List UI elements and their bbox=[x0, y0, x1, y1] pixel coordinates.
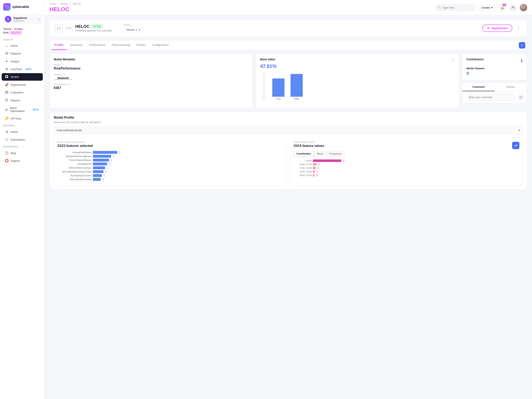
deployment-button[interactable]: Deployment bbox=[482, 25, 512, 32]
target-label: Target ? bbox=[54, 63, 248, 66]
feature-importances-subtitle: Model Feature Importances bbox=[57, 141, 93, 143]
tab-scenarios[interactable]: Scenarios bbox=[67, 40, 86, 50]
hbar-stub bbox=[119, 151, 120, 154]
svg-point-2 bbox=[5, 7, 6, 8]
sidebar-item-blog[interactable]: 📋 Blog bbox=[2, 149, 43, 157]
comment-tab[interactable]: Comment bbox=[462, 83, 495, 91]
svg-rect-7 bbox=[5, 77, 6, 78]
sidebar-item-reports[interactable]: Reports bbox=[2, 97, 43, 104]
sidebar-item-datasets-label: Datasets bbox=[11, 52, 21, 55]
rocket-icon bbox=[487, 27, 490, 30]
svg-point-0 bbox=[5, 5, 6, 7]
partition-help-icon[interactable]: ? bbox=[63, 73, 65, 76]
sidebar-item-collections[interactable]: Collections bbox=[2, 89, 43, 96]
svg-rect-10 bbox=[5, 92, 8, 93]
rfeature-row: 54.50 - 57.50 bbox=[293, 163, 519, 166]
feature-tab-frequency[interactable]: Frequency bbox=[326, 151, 345, 157]
hbar-row: NetFractionRevolvingBurden bbox=[57, 155, 283, 158]
feature-tab-contribution[interactable]: Contribution bbox=[293, 151, 314, 157]
sidebar-item-autotrain-label: AutoTrain bbox=[11, 68, 22, 71]
metadata-title: Model Metadata bbox=[54, 58, 248, 61]
notification-badge: 19 bbox=[503, 4, 506, 6]
base-value-help-icon[interactable]: ? bbox=[452, 59, 455, 61]
logo-text: xplainable bbox=[12, 5, 29, 9]
user-menu[interactable]: S SupaDemo SupaDemo ▾ bbox=[2, 14, 42, 24]
sidebar-item-admin-label: Admin bbox=[11, 131, 18, 133]
target-help-icon[interactable]: ? bbox=[61, 63, 64, 66]
sidebar-item-apikeys[interactable]: 🔑 API Keys bbox=[2, 115, 43, 122]
autotrain-beta-badge: BETA bbox=[25, 68, 32, 71]
more-options-button[interactable]: ⋮ bbox=[516, 25, 522, 32]
users-button[interactable] bbox=[509, 4, 517, 11]
sidebar-item-analyst[interactable]: ✦ Analyst bbox=[2, 58, 43, 65]
bell-icon: 🔔 bbox=[501, 6, 504, 9]
sidebar-item-models[interactable]: Models bbox=[2, 73, 43, 81]
users-icon bbox=[511, 6, 515, 9]
draft-icon bbox=[55, 24, 63, 32]
sidebar-item-admin[interactable]: ⚙ Admin bbox=[2, 128, 43, 136]
sidebar-item-models-label: Models bbox=[11, 75, 19, 78]
sidebar-item-deployments-label: Deployments bbox=[11, 83, 26, 86]
role-badge: CREATOR bbox=[9, 31, 22, 34]
tab-configuration[interactable]: Configuration bbox=[149, 40, 172, 50]
sidebar-item-home[interactable]: ⌂ Home bbox=[2, 42, 43, 49]
tab-arrow-button[interactable] bbox=[519, 42, 525, 49]
profile-section-title: Model Profile bbox=[54, 116, 523, 119]
sidebar-item-deployments[interactable]: 🚀 Deployments bbox=[2, 81, 43, 88]
sidebar-item-batch-label: Batch Optimisation bbox=[10, 106, 29, 112]
breadcrumb-home[interactable]: Home bbox=[50, 2, 56, 5]
explain-tab[interactable]: Explain bbox=[495, 83, 527, 91]
chart-wave-button[interactable] bbox=[512, 142, 519, 149]
search-input[interactable] bbox=[443, 6, 471, 9]
page-title: HELOC bbox=[50, 6, 432, 13]
sidebar-item-subscription[interactable]: ⬡ Subscription bbox=[2, 136, 43, 143]
svg-point-13 bbox=[438, 6, 440, 8]
tab-profile[interactable]: Profile bbox=[51, 40, 67, 50]
version-select[interactable]: Version 1 ▾ bbox=[123, 27, 143, 33]
sidebar-item-support[interactable]: ⭕ Support bbox=[2, 157, 43, 164]
creator-select[interactable]: Creator ▾ bbox=[479, 5, 495, 11]
breadcrumb-models[interactable]: Models bbox=[60, 2, 68, 5]
breadcrumb-current: HELOC bbox=[73, 2, 81, 5]
bar-true: True bbox=[272, 78, 285, 100]
tab-preprocessing[interactable]: Preprocessing bbox=[108, 40, 133, 50]
right-column: Contributors 1 Model Viewers 0 Comment E… bbox=[462, 53, 527, 108]
autotrain-icon: ⊕ bbox=[5, 67, 8, 71]
draft-label: Draft bbox=[66, 27, 71, 30]
user-avatar-header[interactable] bbox=[520, 4, 527, 11]
feature-grid: Model Feature Importances 23/23 features… bbox=[54, 137, 523, 185]
sidebar-item-home-label: Home bbox=[11, 44, 18, 47]
feature-tab-mean[interactable]: Mean bbox=[314, 151, 326, 157]
model-name-row: HELOC ACTIVE bbox=[75, 24, 112, 29]
observations-help-icon[interactable]: ? bbox=[68, 83, 71, 86]
sidebar-item-batch[interactable]: ◎ Batch Optimisation BETA bbox=[2, 105, 43, 114]
base-value-title: Base Value bbox=[260, 58, 277, 61]
hbar-row: MSinceOldestTradeOpen bbox=[57, 166, 283, 169]
svg-point-3 bbox=[7, 7, 8, 8]
send-icon bbox=[519, 96, 522, 99]
notification-button[interactable]: 🔔 19 bbox=[499, 4, 506, 11]
comment-input[interactable] bbox=[466, 94, 516, 101]
tab-predict[interactable]: Predict bbox=[133, 40, 149, 50]
search-bar[interactable] bbox=[435, 5, 475, 11]
send-button[interactable] bbox=[518, 94, 524, 100]
sidebar-item-autotrain[interactable]: ⊕ AutoTrain BETA bbox=[2, 65, 43, 73]
feature-card-header-right: Profile Feature Values 15/15 feature val… bbox=[293, 141, 519, 150]
metadata-card: Model Metadata Target ? RiskPerformance … bbox=[50, 53, 253, 108]
feature-dropdown[interactable]: ExternalRiskEstimate ▾ bbox=[54, 127, 523, 134]
header: Home / Models / HELOC HELOC Creator ▾ 🔔 … bbox=[45, 0, 532, 15]
sidebar-item-datasets[interactable]: Datasets bbox=[2, 50, 43, 57]
version-section: Version Version 1 ▾ bbox=[123, 24, 143, 33]
version-value: Version 1 bbox=[126, 28, 137, 31]
contributors-count: 1 bbox=[520, 58, 523, 63]
home-icon: ⌂ bbox=[5, 44, 8, 47]
base-value-number: 47.81% bbox=[260, 63, 277, 69]
version-label: Version bbox=[123, 24, 143, 26]
creator-label: Creator bbox=[481, 6, 490, 9]
chevron-down-icon: ▾ bbox=[38, 18, 40, 20]
analyst-icon: ✦ bbox=[5, 59, 8, 63]
tab-performance[interactable]: Performance bbox=[86, 40, 108, 50]
resources-label: Resources bbox=[0, 144, 44, 149]
sidebar-item-reports-label: Reports bbox=[11, 99, 20, 102]
active-badge: ACTIVE bbox=[91, 25, 103, 28]
